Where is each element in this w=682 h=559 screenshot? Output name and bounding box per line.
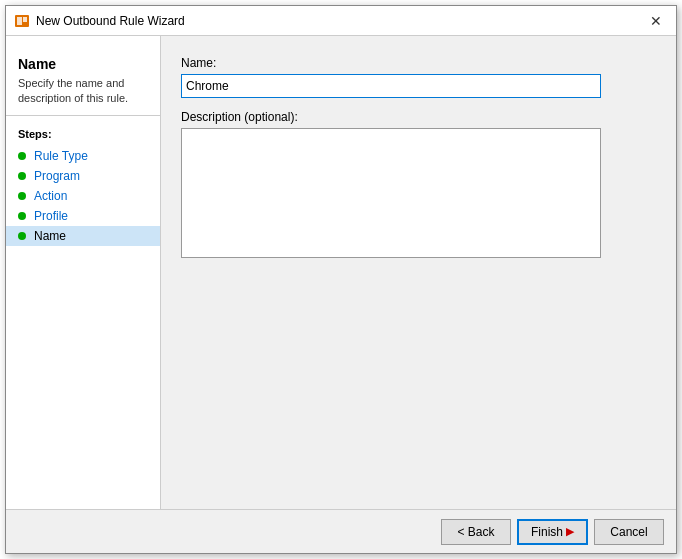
description-group: Description (optional):: [181, 110, 656, 261]
step-label-rule-type: Rule Type: [34, 149, 88, 163]
svg-rect-1: [17, 17, 22, 25]
page-subtitle: Specify the name and description of this…: [18, 76, 148, 107]
step-label-action: Action: [34, 189, 67, 203]
step-dot-name: [18, 232, 26, 240]
step-label-program: Program: [34, 169, 80, 183]
step-program: Program: [6, 166, 160, 186]
steps-label: Steps:: [6, 124, 160, 146]
finish-label: Finish: [531, 525, 563, 539]
finish-arrow-icon: ▶: [566, 525, 574, 538]
step-dot-rule-type: [18, 152, 26, 160]
step-action: Action: [6, 186, 160, 206]
title-bar: New Outbound Rule Wizard ✕: [6, 6, 676, 36]
name-label: Name:: [181, 56, 656, 70]
page-header: Name Specify the name and description of…: [6, 46, 160, 115]
description-textarea[interactable]: [181, 128, 601, 258]
step-dot-program: [18, 172, 26, 180]
wizard-window: New Outbound Rule Wizard ✕ Name Specify …: [5, 5, 677, 554]
divider: [6, 115, 160, 116]
back-button[interactable]: < Back: [441, 519, 511, 545]
name-group: Name:: [181, 56, 656, 98]
step-label-name: Name: [34, 229, 66, 243]
step-rule-type: Rule Type: [6, 146, 160, 166]
close-button[interactable]: ✕: [644, 9, 668, 33]
left-panel: Name Specify the name and description of…: [6, 36, 161, 509]
svg-rect-2: [23, 17, 27, 22]
cancel-button[interactable]: Cancel: [594, 519, 664, 545]
step-label-profile: Profile: [34, 209, 68, 223]
step-name: Name: [6, 226, 160, 246]
description-label: Description (optional):: [181, 110, 656, 124]
step-dot-action: [18, 192, 26, 200]
bottom-bar: < Back Finish ▶ Cancel: [6, 509, 676, 553]
finish-button[interactable]: Finish ▶: [517, 519, 588, 545]
window-icon: [14, 13, 30, 29]
page-title: Name: [18, 56, 148, 72]
window-title: New Outbound Rule Wizard: [36, 14, 644, 28]
name-input[interactable]: [181, 74, 601, 98]
step-profile: Profile: [6, 206, 160, 226]
step-dot-profile: [18, 212, 26, 220]
content-area: Name Specify the name and description of…: [6, 36, 676, 509]
right-panel: Name: Description (optional):: [161, 36, 676, 509]
